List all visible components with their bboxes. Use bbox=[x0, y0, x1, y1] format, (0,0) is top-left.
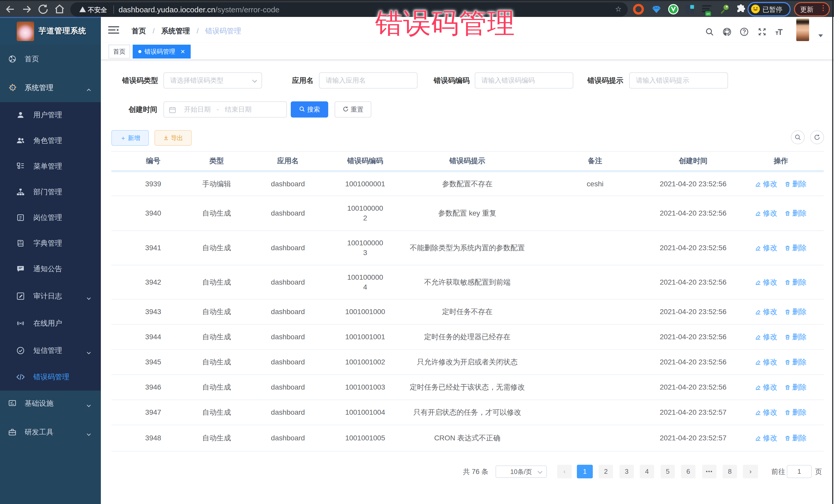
svg-text:on: on bbox=[706, 12, 710, 16]
